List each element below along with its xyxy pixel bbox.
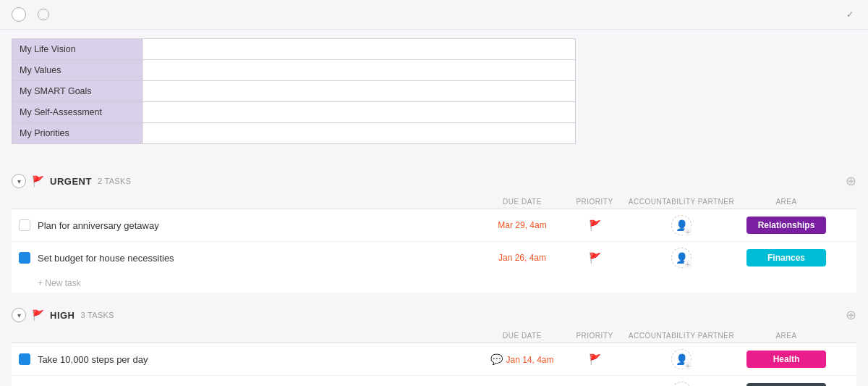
life-plan-content[interactable]: [142, 123, 575, 143]
col-due-date: DUE DATE: [479, 198, 566, 206]
section-count: 3 TASKS: [81, 311, 114, 319]
section-add-button[interactable]: ⊕: [846, 307, 856, 323]
section-urgent: ▾ 🚩 URGENT 2 TASKS ⊕ DUE DATE PRIORITY A…: [0, 167, 868, 293]
collapse-button[interactable]: [12, 7, 26, 22]
section-add-button[interactable]: ⊕: [846, 173, 856, 189]
task-due-date[interactable]: Jan 26, 4am: [479, 253, 566, 263]
section-title: HIGH: [50, 310, 75, 321]
col-due-date: DUE DATE: [479, 332, 566, 340]
task-rows: Take 10,000 steps per day 💬Jan 14, 4am 🚩…: [12, 343, 856, 386]
life-plan-label: My Values: [12, 60, 142, 80]
section-count: 2 TASKS: [98, 177, 131, 185]
task-due-date[interactable]: 💬Jan 14, 4am: [479, 353, 566, 365]
task-accountability[interactable]: 👤 +: [624, 382, 739, 386]
task-accountability[interactable]: 👤 +: [624, 248, 739, 268]
new-task-row[interactable]: + New task: [12, 274, 856, 293]
task-accountability[interactable]: 👤 +: [624, 349, 739, 369]
col-area: AREA: [739, 198, 833, 206]
comment-icon: 💬: [490, 353, 503, 365]
task-sections: ▾ 🚩 URGENT 2 TASKS ⊕ DUE DATE PRIORITY A…: [0, 167, 868, 386]
column-headers: DUE DATE PRIORITY ACCOUNTABILITY PARTNER…: [12, 329, 856, 343]
life-plan-label: My Life Vision: [12, 39, 142, 59]
flag-icon: 🚩: [32, 175, 44, 187]
area-badge[interactable]: Finances: [746, 249, 826, 267]
life-plan-content[interactable]: [142, 60, 575, 80]
flag-icon: 🚩: [32, 309, 44, 321]
task-rows: Plan for anniversary getaway Mar 29, 4am…: [12, 209, 856, 274]
task-area[interactable]: Relationships: [739, 217, 833, 234]
check-icon: ✓: [846, 9, 854, 20]
task-name[interactable]: Set budget for house necessities: [38, 253, 479, 264]
accountability-avatar[interactable]: 👤 +: [671, 382, 692, 386]
section-title: URGENT: [50, 176, 92, 187]
task-area[interactable]: Health: [739, 351, 833, 368]
life-plan-content[interactable]: [142, 39, 575, 59]
accountability-avatar[interactable]: 👤 +: [671, 215, 692, 235]
life-plan-row: My Values: [12, 60, 575, 81]
task-priority[interactable]: 🚩: [566, 219, 624, 231]
task-area[interactable]: Career: [739, 383, 833, 386]
task-row: Set budget for house necessities Jan 26,…: [12, 242, 856, 274]
info-icon[interactable]: [38, 9, 49, 20]
col-area: AREA: [739, 332, 833, 340]
life-plan-table: My Life Vision My Values My SMART Goals …: [12, 38, 576, 144]
task-flag-icon: 🚩: [589, 252, 601, 264]
task-row: Plan for anniversary getaway Mar 29, 4am…: [12, 209, 856, 242]
task-flag-icon: 🚩: [589, 219, 601, 231]
life-plan-content[interactable]: [142, 81, 575, 101]
page-header: ✓: [0, 0, 868, 30]
section-high: ▾ 🚩 HIGH 3 TASKS ⊕ DUE DATE PRIORITY ACC…: [0, 301, 868, 386]
life-plan-row: My Life Vision: [12, 39, 575, 60]
section-collapse-button[interactable]: ▾: [12, 174, 26, 188]
col-priority: PRIORITY: [566, 198, 624, 206]
area-badge[interactable]: Relationships: [746, 217, 826, 234]
life-plan-content[interactable]: [142, 102, 575, 122]
col-accountability: ACCOUNTABILITY PARTNER: [624, 198, 739, 206]
col-accountability: ACCOUNTABILITY PARTNER: [624, 332, 739, 340]
life-plan-label: My SMART Goals: [12, 81, 142, 101]
task-priority[interactable]: 🚩: [566, 252, 624, 264]
section-header: ▾ 🚩 URGENT 2 TASKS ⊕: [0, 167, 868, 195]
task-row: Take 10,000 steps per day 💬Jan 14, 4am 🚩…: [12, 343, 856, 376]
task-name[interactable]: Take 10,000 steps per day: [38, 354, 479, 365]
col-priority: PRIORITY: [566, 332, 624, 340]
section-header: ▾ 🚩 HIGH 3 TASKS ⊕: [0, 301, 868, 329]
life-plan-row: My SMART Goals: [12, 81, 575, 102]
column-headers: DUE DATE PRIORITY ACCOUNTABILITY PARTNER…: [12, 195, 856, 209]
life-plan-label: My Priorities: [12, 123, 142, 143]
task-checkbox[interactable]: [19, 353, 30, 365]
task-row: Update general ledger for annual tax ret…: [12, 376, 856, 386]
life-plan-row: My Self-Assessment: [12, 102, 575, 123]
area-badge[interactable]: Career: [746, 383, 826, 386]
task-checkbox[interactable]: [19, 219, 30, 231]
task-due-date[interactable]: Mar 29, 4am: [479, 220, 566, 230]
area-badge[interactable]: Health: [746, 351, 826, 368]
accountability-avatar[interactable]: 👤 +: [671, 349, 692, 369]
header-left: [12, 7, 55, 22]
task-checkbox[interactable]: [19, 252, 30, 264]
task-flag-icon: 🚩: [589, 353, 601, 365]
task-area[interactable]: Finances: [739, 249, 833, 267]
task-priority[interactable]: 🚩: [566, 353, 624, 365]
life-plan-label: My Self-Assessment: [12, 102, 142, 122]
section-collapse-button[interactable]: ▾: [12, 308, 26, 322]
task-accountability[interactable]: 👤 +: [624, 215, 739, 235]
task-name[interactable]: Plan for anniversary getaway: [38, 220, 479, 231]
hide-closed-button[interactable]: ✓: [846, 9, 856, 20]
accountability-avatar[interactable]: 👤 +: [671, 248, 692, 268]
life-plan-row: My Priorities: [12, 123, 575, 143]
